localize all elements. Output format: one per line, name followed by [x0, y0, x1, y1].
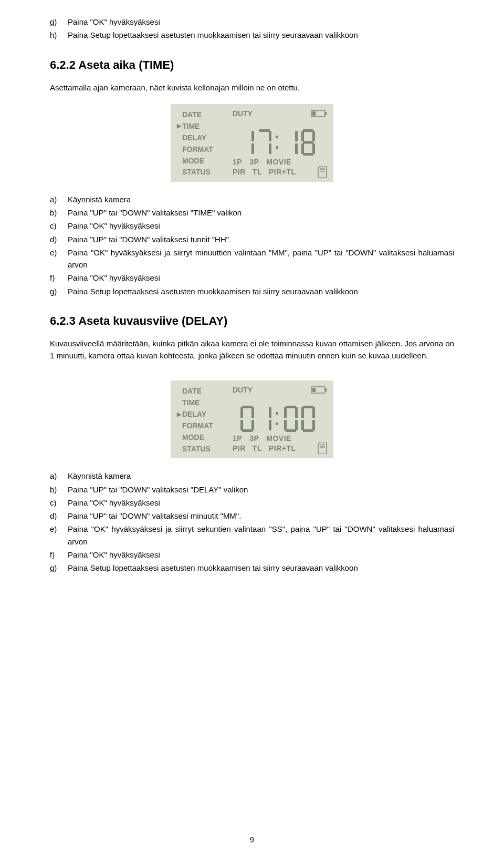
heading-time: 6.2.2 Aseta aika (TIME): [50, 58, 454, 72]
lcd-screen: DATE ▶TIME DELAY FORMAT MODE STATUS DUTY: [171, 104, 333, 182]
lcd-menu-item: DELAY: [182, 409, 206, 419]
lcd-menu-item: STATUS: [182, 167, 211, 177]
lcd-menu-item: MODE: [182, 156, 204, 166]
list-text: Paina "OK" hyväksyäksesi: [68, 497, 454, 509]
list-item: g)Paina Setup lopettaaksesi asetusten mu…: [50, 562, 454, 574]
lcd-figure-time: DATE ▶TIME DELAY FORMAT MODE STATUS DUTY: [50, 104, 454, 182]
lcd-menu-item: DATE: [182, 386, 202, 396]
list-text: Paina Setup lopettaaksesi asetusten muok…: [68, 285, 454, 297]
list-item: e)Paina "OK" hyväksyäksesi ja siirryt se…: [50, 523, 454, 548]
list-text: Paina Setup lopettaaksesi asetusten muok…: [68, 29, 454, 41]
triangle-icon: ▶: [177, 123, 182, 129]
lcd-trigger-pirtl: PIR+TL: [269, 168, 296, 176]
list-item: f)Paina "OK" hyväksyäksesi: [50, 549, 454, 561]
lcd-mode-3p: 3P: [249, 158, 259, 166]
list-text: Paina "OK" hyväksyäksesi ja siirryt seku…: [68, 523, 454, 548]
lcd-trigger-pir: PIR: [233, 168, 246, 176]
lcd-row-triggers: PIR TL PIR+TL: [233, 166, 327, 178]
document-page: g) Paina "OK" hyväksyäksesi h) Paina Set…: [0, 0, 504, 865]
sdcard-icon: [318, 166, 327, 178]
lcd-mode-movie: MOVIE: [266, 434, 291, 442]
lcd-mode-1p: 1P: [233, 434, 242, 442]
lcd-trigger-tl: TL: [253, 168, 262, 176]
list-item: f)Paina "OK" hyväksyäksesi: [50, 272, 454, 284]
list-item: c)Paina "OK" hyväksyäksesi: [50, 220, 454, 232]
list-item: d)Paina "UP" tai "DOWN" valitaksesi tunn…: [50, 233, 454, 245]
sdcard-icon: [318, 442, 327, 454]
lcd-mode-movie: MOVIE: [266, 158, 291, 166]
triangle-icon: ▶: [177, 411, 182, 417]
list-text: Paina "OK" hyväksyäksesi: [68, 220, 454, 232]
lcd-menu-item: FORMAT: [182, 420, 213, 431]
list-delay-steps: a)Käynnistä kamera b)Paina "UP" tai "DOW…: [50, 470, 454, 574]
lcd-trigger-pirtl: PIR+TL: [269, 444, 296, 452]
list-time-steps: a)Käynnistä kamera b)Paina "UP" tai "DOW…: [50, 193, 454, 297]
list-text: Paina "OK" hyväksyäksesi: [68, 16, 454, 28]
lcd-row-modes: 1P 3P MOVIE: [233, 432, 327, 442]
list-item: g)Paina Setup lopettaaksesi asetusten mu…: [50, 285, 454, 297]
lcd-menu: DATE ▶TIME DELAY FORMAT MODE STATUS: [177, 109, 229, 178]
page-number: 9: [0, 836, 504, 844]
list-text: Paina "UP" tai "DOWN" valitaksesi "DELAY…: [68, 483, 454, 496]
list-text: Paina Setup lopettaaksesi asetusten muok…: [68, 562, 454, 574]
list-text: Paina "UP" tai "DOWN" valitaksesi minuut…: [68, 510, 454, 522]
lcd-menu-item: DATE: [182, 109, 202, 120]
lcd-trigger-tl: TL: [253, 444, 262, 452]
list-item: e)Paina "OK" hyväksyäksesi ja siirryt mi…: [50, 246, 454, 271]
list-item: a)Käynnistä kamera: [50, 470, 454, 482]
lcd-screen: DATE TIME ▶DELAY FORMAT MODE STATUS DUTY: [171, 380, 333, 458]
heading-delay: 6.2.3 Aseta kuvausviive (DELAY): [50, 314, 454, 328]
lcd-menu-item: DELAY: [182, 132, 206, 143]
list-top: g) Paina "OK" hyväksyäksesi h) Paina Set…: [50, 16, 454, 42]
list-text: Paina "OK" hyväksyäksesi ja siirryt minu…: [68, 246, 454, 271]
list-text: Paina "OK" hyväksyäksesi: [68, 272, 454, 284]
list-text: Käynnistä kamera: [68, 193, 454, 205]
list-item: c)Paina "OK" hyväksyäksesi: [50, 497, 454, 509]
list-item: g) Paina "OK" hyväksyäksesi: [50, 16, 454, 28]
lcd-menu-item: TIME: [182, 397, 200, 408]
lcd-mode-3p: 3P: [249, 434, 259, 442]
list-text: Käynnistä kamera: [68, 470, 454, 482]
lcd-row-triggers: PIR TL PIR+TL: [233, 442, 327, 454]
list-marker: h): [50, 29, 68, 41]
lcd-menu-item: TIME: [182, 121, 200, 131]
list-item: a)Käynnistä kamera: [50, 193, 454, 205]
lcd-row-modes: 1P 3P MOVIE: [233, 156, 327, 166]
paragraph-time-intro: Asettamalla ajan kameraan, näet kuvista …: [50, 81, 454, 94]
lcd-menu-item: FORMAT: [182, 144, 213, 155]
list-item: b)Paina "UP" tai "DOWN" valitaksesi "DEL…: [50, 483, 454, 496]
list-item: b)Paina "UP" tai "DOWN" valitaksesi "TIM…: [50, 207, 454, 219]
list-item: d)Paina "UP" tai "DOWN" valitaksesi minu…: [50, 510, 454, 522]
lcd-menu: DATE TIME ▶DELAY FORMAT MODE STATUS: [177, 386, 229, 454]
paragraph-delay-intro: Kuvausviiveellä määritetään, kuinka pitk…: [50, 337, 454, 362]
list-text: Paina "UP" tai "DOWN" valitaksesi "TIME"…: [68, 207, 454, 219]
list-item: h) Paina Setup lopettaaksesi asetusten m…: [50, 29, 454, 41]
lcd-trigger-pir: PIR: [233, 444, 246, 452]
lcd-menu-item: MODE: [182, 432, 204, 442]
list-marker: g): [50, 16, 68, 28]
lcd-menu-item: STATUS: [182, 444, 211, 454]
list-text: Paina "UP" tai "DOWN" valitaksesi tunnit…: [68, 233, 454, 245]
lcd-mode-1p: 1P: [233, 158, 242, 166]
list-text: Paina "OK" hyväksyäksesi: [68, 549, 454, 561]
lcd-figure-delay: DATE TIME ▶DELAY FORMAT MODE STATUS DUTY: [50, 380, 454, 458]
